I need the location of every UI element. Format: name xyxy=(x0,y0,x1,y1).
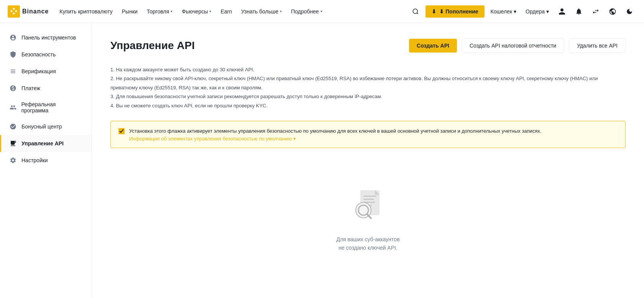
main-content: Управление API Создать API Создать API н… xyxy=(92,23,644,298)
chevron-down-icon: ▾ xyxy=(546,8,549,15)
moon-icon xyxy=(626,8,633,15)
chevron-down-icon: ▾ xyxy=(514,8,516,15)
notice-text: Установка этого флажка активирует элемен… xyxy=(129,128,541,134)
notice-box: Установка этого флажка активирует элемен… xyxy=(110,121,626,148)
chevron-down-icon: ▾ xyxy=(280,9,282,13)
deposit-icon: ⬇ xyxy=(432,8,436,15)
notice-content: Установка этого флажка активирует элемен… xyxy=(129,127,541,142)
nav-trading[interactable]: Торговля ▾ xyxy=(142,0,177,23)
svg-point-5 xyxy=(413,9,418,13)
nav-markets[interactable]: Рынки xyxy=(117,0,142,23)
sidebar-item-bonus-label: Бонусный центр xyxy=(21,123,62,130)
sidebar-item-settings[interactable]: Настройки xyxy=(0,152,92,169)
user-circle-icon xyxy=(9,34,17,41)
nav-links: Купить криптовалюту Рынки Торговля ▾ Фью… xyxy=(55,0,407,23)
sidebar-item-dashboard[interactable]: Панель инструментов xyxy=(0,29,92,46)
sidebar-item-security-label: Безопасность xyxy=(21,51,56,58)
transfer-icon xyxy=(592,8,600,15)
sidebar: Панель инструментов Безопасность Верифик… xyxy=(0,23,92,298)
shield-icon xyxy=(9,51,17,58)
sidebar-item-payment[interactable]: Платеж xyxy=(0,80,92,97)
sidebar-item-verification-label: Верификация xyxy=(21,68,56,74)
nav-futures[interactable]: Фьючерсы ▾ xyxy=(177,0,216,23)
nav-buy-crypto[interactable]: Купить криптовалюту xyxy=(55,0,117,23)
sidebar-item-dashboard-label: Панель инструментов xyxy=(21,35,76,41)
sidebar-item-settings-label: Настройки xyxy=(21,157,48,163)
chevron-down-icon: ▾ xyxy=(171,9,172,13)
notice-checkbox[interactable] xyxy=(118,128,125,134)
sidebar-item-api-management-label: Управление API xyxy=(21,140,64,147)
page-title: Управление API xyxy=(110,40,195,52)
info-section: 1. На каждом аккаунте может быть создано… xyxy=(110,65,626,110)
empty-icon xyxy=(349,186,387,226)
binance-logo-icon xyxy=(8,5,20,18)
page-header: Управление API Создать API Создать API н… xyxy=(110,38,626,53)
navbar: Binance Купить криптовалюту Рынки Торгов… xyxy=(0,0,644,23)
search-icon xyxy=(412,8,419,15)
create-tax-api-button[interactable]: Создать API налоговой отчетности xyxy=(462,38,564,53)
sidebar-item-payment-label: Платеж xyxy=(21,85,40,91)
settings-icon xyxy=(9,156,17,164)
transfer-button[interactable] xyxy=(589,5,603,18)
orders-link[interactable]: Ордера ▾ xyxy=(522,0,552,23)
chevron-down-icon: ▾ xyxy=(209,9,211,13)
svg-rect-7 xyxy=(363,196,376,197)
sidebar-item-bonus[interactable]: Бонусный центр xyxy=(0,118,92,135)
delete-all-api-button[interactable]: Удалить все API xyxy=(569,38,626,53)
payment-icon xyxy=(9,84,17,92)
bonus-icon xyxy=(9,123,17,130)
empty-state-text: Для ваших суб-аккаунтов не создано ключе… xyxy=(336,235,399,252)
nav-more[interactable]: Подробнее ▾ xyxy=(286,0,327,23)
info-line-2: 2. Не раскрывайте никому свой API-ключ, … xyxy=(110,74,626,92)
nav-right: ⬇ ⬇ Пополнение Кошелек ▾ Ордера ▾ xyxy=(409,0,636,23)
logo[interactable]: Binance xyxy=(8,5,49,18)
referral-icon xyxy=(9,104,16,111)
sidebar-item-referral[interactable]: Реферальная программа xyxy=(0,97,92,118)
chevron-down-icon: ▾ xyxy=(320,9,322,13)
verification-icon xyxy=(9,68,17,75)
language-button[interactable] xyxy=(606,5,619,18)
notice-link[interactable]: Информация об элементах управления безоп… xyxy=(129,136,296,142)
globe-icon xyxy=(609,8,616,15)
nav-learn-more[interactable]: Узнать больше ▾ xyxy=(237,0,286,23)
bell-icon xyxy=(575,8,583,15)
theme-button[interactable] xyxy=(623,5,636,18)
logo-text: Binance xyxy=(22,8,49,15)
info-line-3: 3. Для повышения безопасности учетной за… xyxy=(110,92,626,101)
wallet-link[interactable]: Кошелек ▾ xyxy=(488,0,520,23)
sidebar-item-security[interactable]: Безопасность xyxy=(0,46,92,63)
svg-rect-8 xyxy=(363,199,374,200)
user-icon xyxy=(558,8,566,15)
sidebar-item-api-management[interactable]: Управление API xyxy=(0,135,92,152)
empty-state-illustration xyxy=(349,186,387,225)
api-icon xyxy=(9,140,17,147)
profile-button[interactable] xyxy=(555,5,569,18)
deposit-button[interactable]: ⬇ ⬇ Пополнение xyxy=(426,5,484,18)
sidebar-item-referral-label: Реферальная программа xyxy=(21,101,82,114)
empty-state: Для ваших суб-аккаунтов не создано ключе… xyxy=(110,163,626,268)
main-layout: Панель инструментов Безопасность Верифик… xyxy=(0,23,644,298)
header-actions: Создать API Создать API налоговой отчетн… xyxy=(409,38,626,53)
search-button[interactable] xyxy=(409,5,422,18)
nav-earn[interactable]: Earn xyxy=(216,0,237,23)
notifications-button[interactable] xyxy=(572,5,586,18)
create-api-button[interactable]: Создать API xyxy=(409,39,457,53)
info-line-1: 1. На каждом аккаунте может быть создано… xyxy=(110,65,626,74)
sidebar-item-verification[interactable]: Верификация xyxy=(0,63,92,80)
info-line-4: 4. Вы не сможете создать ключ API, если … xyxy=(110,101,626,110)
